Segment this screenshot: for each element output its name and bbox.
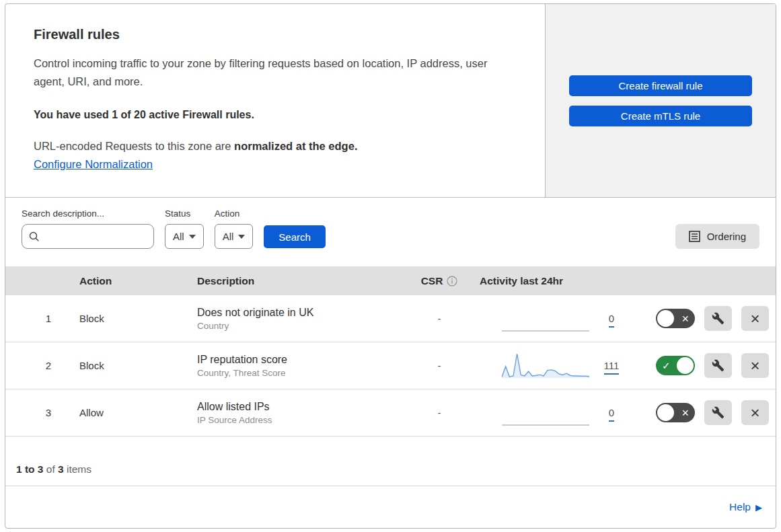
activity-count-link[interactable]: 0 <box>609 313 614 328</box>
help-link[interactable]: Help ▶ <box>729 501 762 513</box>
delete-rule-button[interactable]: × <box>741 353 769 378</box>
rule-criteria: IP Source Address <box>197 415 402 425</box>
rule-toggle[interactable]: ✓ <box>656 356 695 375</box>
activity-cell <box>476 398 591 428</box>
rule-description: Does not originate in UK <box>197 307 402 319</box>
firewall-rules-card: Firewall rules Control incoming traffic … <box>5 3 776 529</box>
activity-count-cell: 111 <box>604 360 620 371</box>
status-label: Status <box>165 208 204 219</box>
ordering-button[interactable]: Ordering <box>675 224 759 249</box>
toggle-state-icon: ✓ <box>662 360 671 371</box>
action-dropdown[interactable]: All <box>215 224 254 249</box>
create-mtls-rule-button[interactable]: Create mTLS rule <box>569 106 752 126</box>
info-icon[interactable] <box>447 276 457 287</box>
chevron-down-icon <box>238 235 245 239</box>
activity-count-link[interactable]: 111 <box>604 360 620 375</box>
close-icon: × <box>750 358 759 374</box>
rule-priority: 1 <box>5 313 66 324</box>
arrow-right-icon: ▶ <box>755 502 762 512</box>
col-description: Description <box>184 275 402 287</box>
search-icon <box>29 231 40 242</box>
pagination-summary: 1 to 3 of 3 items <box>5 436 776 486</box>
activity-sparkline <box>502 398 589 428</box>
rule-description-cell: Allow listed IPs IP Source Address <box>184 401 402 425</box>
activity-count-cell: 0 <box>609 407 614 418</box>
rule-action: Block <box>66 313 184 324</box>
rule-toggle[interactable]: × <box>656 309 695 328</box>
normalization-text: URL-encoded Requests to this zone are <box>34 140 234 152</box>
col-action: Action <box>66 275 184 287</box>
col-activity: Activity last 24hr <box>476 275 591 287</box>
toggle-state-icon: × <box>681 312 689 324</box>
close-icon: × <box>750 405 759 421</box>
rule-criteria: Country <box>197 321 402 331</box>
rule-toggle[interactable]: × <box>656 403 695 422</box>
search-input[interactable] <box>45 231 179 242</box>
rule-controls: × × <box>632 306 776 331</box>
rule-priority: 2 <box>5 360 66 371</box>
activity-sparkline <box>502 304 589 334</box>
activity-count-link[interactable]: 0 <box>609 407 614 422</box>
col-csr: CSR <box>421 275 458 287</box>
of-text: of <box>43 463 58 475</box>
rule-description: Allow listed IPs <box>197 401 402 413</box>
page-description: Control incoming traffic to your zone by… <box>34 54 513 90</box>
wrench-icon <box>712 359 724 372</box>
items-text: items <box>64 463 91 475</box>
rule-csr: - <box>438 407 441 418</box>
rule-criteria: Country, Threat Score <box>197 368 402 378</box>
header-section: Firewall rules Control incoming traffic … <box>5 4 776 198</box>
chevron-down-icon <box>189 235 196 239</box>
normalization-bold: normalized at the edge. <box>234 140 357 152</box>
rule-action: Block <box>66 360 184 371</box>
activity-cell <box>476 304 591 334</box>
create-firewall-rule-button[interactable]: Create firewall rule <box>569 75 752 96</box>
action-dropdown-value: All <box>223 231 234 242</box>
rule-description: IP reputation score <box>197 354 402 366</box>
action-label: Action <box>215 208 254 219</box>
configure-normalization-link[interactable]: Configure Normalization <box>34 158 153 171</box>
items-range: 1 to 3 <box>16 463 43 475</box>
rule-action: Allow <box>66 407 184 418</box>
filter-bar: Search description... Status All Action … <box>5 198 776 266</box>
status-dropdown[interactable]: All <box>165 224 204 249</box>
search-button[interactable]: Search <box>264 225 326 248</box>
edit-rule-button[interactable] <box>704 400 732 425</box>
toggle-knob <box>677 357 694 374</box>
help-link-label: Help <box>729 501 751 513</box>
search-group: Search description... <box>22 208 154 249</box>
help-bar: Help ▶ <box>5 486 776 528</box>
status-filter-group: Status All <box>165 208 204 249</box>
ordering-button-label: Ordering <box>707 231 746 242</box>
rule-csr: - <box>438 313 441 324</box>
toggle-knob <box>657 310 674 327</box>
delete-rule-button[interactable]: × <box>741 400 769 425</box>
usage-summary: You have used 1 of 20 active Firewall ru… <box>34 109 517 121</box>
edit-rule-button[interactable] <box>704 353 732 378</box>
ordering-list-icon <box>689 231 700 242</box>
page-title: Firewall rules <box>34 27 517 42</box>
wrench-icon <box>712 312 724 325</box>
action-filter-group: Action All <box>215 208 254 249</box>
search-label: Search description... <box>22 208 154 219</box>
actions-panel: Create firewall rule Create mTLS rule <box>545 4 776 197</box>
edit-rule-button[interactable] <box>704 306 732 331</box>
rule-controls: ✓ × <box>632 353 776 378</box>
intro-panel: Firewall rules Control incoming traffic … <box>5 4 545 197</box>
search-field[interactable] <box>22 224 154 249</box>
items-total: 3 <box>58 463 64 475</box>
activity-cell <box>476 351 591 381</box>
toggle-state-icon: × <box>681 406 689 418</box>
rule-description-cell: IP reputation score Country, Threat Scor… <box>184 354 402 378</box>
rule-description-cell: Does not originate in UK Country <box>184 307 402 331</box>
table-row: 2 Block IP reputation score Country, Thr… <box>5 342 776 389</box>
activity-sparkline <box>502 351 589 381</box>
table-row: 1 Block Does not originate in UK Country… <box>5 295 776 342</box>
wrench-icon <box>712 406 724 419</box>
rule-priority: 3 <box>5 407 66 418</box>
normalization-note: URL-encoded Requests to this zone are no… <box>34 140 517 153</box>
activity-count-cell: 0 <box>609 313 614 324</box>
toggle-knob <box>657 404 674 421</box>
table-header: Action Description CSR Activity last 24h… <box>5 266 776 295</box>
delete-rule-button[interactable]: × <box>741 306 769 331</box>
